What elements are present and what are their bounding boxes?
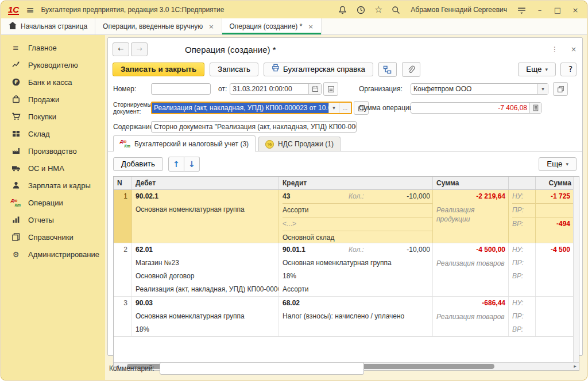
form-more-dots-icon[interactable]: ⋮ — [551, 45, 558, 53]
tab-close-icon[interactable]: × — [308, 23, 313, 30]
date-input[interactable]: 31.03.2021 0:00:00 — [230, 83, 322, 95]
debit-account: 62.01 — [136, 243, 278, 256]
tab-nds-sales[interactable]: % НДС Продажи (1) — [258, 137, 341, 151]
chevron-down-icon[interactable]: ▾ — [328, 103, 339, 113]
trend-arrow-icon — [11, 60, 21, 70]
sidebar-item-label: Производство — [28, 147, 77, 155]
grid-icon — [11, 129, 21, 139]
table-header: N Дебет Кредит Сумма Сумма Дт — [114, 177, 573, 190]
sidebar-item-bank-cash[interactable]: ₽ Банк и касса — [1, 73, 105, 91]
content-input[interactable]: Сторно документа "Реализация (акт, накла… — [151, 121, 357, 133]
document-list-icon[interactable] — [323, 82, 338, 96]
sidebar-item-label: Склад — [28, 130, 50, 138]
tab-close-icon[interactable]: × — [208, 23, 214, 30]
tab-home[interactable]: Начальная страница — [1, 18, 95, 34]
sidebar-item-sales[interactable]: Продажи — [1, 91, 105, 108]
sidebar-item-label: Продажи — [28, 95, 59, 104]
close-window-button[interactable]: × — [571, 6, 580, 14]
number-input[interactable] — [151, 83, 211, 95]
sidebar-item-administration[interactable]: ⚙ Администрирование — [1, 246, 105, 263]
number-label: Номер: — [113, 85, 151, 93]
doc-tabs: ДтКт Бухгалтерский и налоговый учет (3) … — [108, 135, 582, 151]
nu-value: -1 725 — [536, 190, 573, 203]
calculator-icon[interactable] — [529, 103, 541, 113]
organization-input[interactable]: Конфетпром ООО ▾ — [411, 83, 548, 95]
tab-manual-operations[interactable]: Операции, введенные вручную × — [95, 18, 222, 34]
accounting-reference-button[interactable]: Бухгалтерская справка — [264, 63, 373, 76]
vertical-scrollbar[interactable] — [573, 177, 579, 362]
table-empty-space — [114, 337, 573, 362]
sidebar-item-warehouse[interactable]: Склад — [1, 125, 105, 142]
col-sum-dt: Сумма Дт — [536, 177, 573, 189]
sum-note: Реализация товаров — [433, 310, 508, 321]
factory-icon — [11, 146, 21, 156]
qty-value: -10,000 — [378, 243, 430, 256]
main-menu-icon[interactable]: ≡ — [26, 4, 34, 15]
maximize-button[interactable]: □ — [553, 6, 562, 14]
history-icon[interactable] — [356, 5, 366, 15]
sidebar-item-salary-hr[interactable]: Зарплата и кадры — [1, 177, 105, 194]
notifications-icon[interactable] — [338, 5, 347, 15]
minimize-button[interactable]: – — [535, 6, 544, 14]
service-menu-icon[interactable] — [517, 5, 527, 15]
table-more-button[interactable]: Еще▾ — [539, 157, 577, 171]
subordination-structure-icon[interactable] — [378, 62, 397, 77]
choose-ellipsis-button[interactable]: ... — [339, 103, 351, 113]
debit-account: 90.03 — [136, 297, 278, 310]
save-close-button[interactable]: Записать и закрыть — [113, 63, 204, 76]
form-title: Операция (создание) * — [185, 45, 276, 55]
sidebar-item-label: Отчеты — [28, 216, 54, 224]
sidebar-item-production[interactable]: Производство — [1, 142, 105, 160]
sum-value: -4 500,00 — [433, 243, 508, 256]
nds-coin-icon: % — [265, 140, 274, 149]
save-button[interactable]: Записать — [210, 63, 258, 76]
move-down-icon[interactable]: ↓ — [184, 157, 200, 172]
dt-kt-icon: ДтКт — [120, 139, 130, 149]
sum-value: -686,44 — [433, 297, 508, 310]
calendar-icon[interactable] — [308, 84, 321, 94]
open-organization-icon[interactable] — [553, 82, 568, 96]
chevron-down-icon: ▾ — [566, 158, 568, 170]
forward-button[interactable]: → — [131, 42, 148, 56]
col-debit: Дебет — [132, 177, 279, 189]
sidebar-item-os-nma[interactable]: ОС и НМА — [1, 160, 105, 177]
operation-sum-input[interactable]: -7 406,08 — [411, 102, 541, 114]
sidebar-item-label: Зарплата и кадры — [28, 181, 91, 190]
help-button[interactable]: ? — [560, 63, 577, 76]
sidebar-item-directories[interactable]: Справочники — [1, 228, 105, 246]
table-row[interactable]: 1 90.02.1 Основная номенклатурная группа… — [114, 190, 573, 243]
date-label: от: — [218, 85, 227, 93]
sidebar-item-manager[interactable]: Руководителю — [1, 56, 105, 73]
scroll-right-icon[interactable]: ▸ — [571, 363, 579, 370]
sidebar-item-operations[interactable]: ДтКт Операции — [1, 194, 105, 211]
move-up-icon[interactable]: ↑ — [168, 157, 184, 172]
bag-icon — [11, 95, 21, 104]
qty-label: Кол.: — [349, 190, 378, 203]
col-sum: Сумма — [433, 177, 509, 189]
sidebar-item-reports[interactable]: Отчеты — [1, 211, 105, 228]
sidebar-item-purchases[interactable]: Покупки — [1, 108, 105, 125]
user-name[interactable]: Абрамов Геннадий Сергеевич — [411, 6, 507, 14]
comment-input[interactable] — [160, 362, 364, 375]
table-row[interactable]: 2 62.01 Магазин №23 Основной договор Реа… — [114, 243, 573, 297]
row-number: 2 — [114, 243, 127, 256]
storno-doc-input[interactable]: Реализация (акт, накладная, УПД) КП00-00… — [151, 102, 352, 114]
tab-label: Операции, введенные вручную — [103, 22, 203, 30]
chevron-down-icon[interactable]: ▾ — [537, 84, 548, 94]
credit-account: 90.01.1 — [283, 243, 349, 256]
favorites-icon[interactable]: ☆ — [374, 5, 382, 14]
form-close-icon[interactable]: × — [571, 45, 577, 53]
tab-accounting-tax[interactable]: ДтКт Бухгалтерский и налоговый учет (3) — [113, 135, 256, 151]
organization-label: Организация: — [359, 85, 403, 93]
sidebar-item-label: Справочники — [28, 233, 74, 242]
paperclip-icon[interactable] — [402, 62, 420, 77]
add-row-button[interactable]: Добавить — [113, 157, 163, 171]
sidebar-item-main[interactable]: ≡ Главное — [1, 39, 105, 56]
form-more-button[interactable]: Еще▾ — [518, 63, 556, 76]
search-icon[interactable] — [391, 5, 401, 15]
table-row[interactable]: 3 90.03 Основная номенклатурная группа 1… — [114, 297, 573, 337]
sum-note: Реализация продукции — [433, 203, 495, 224]
back-button[interactable]: ← — [113, 42, 129, 56]
sidebar-item-label: Операции — [28, 199, 63, 207]
tab-operation-create[interactable]: Операция (создание) * × — [222, 18, 322, 34]
